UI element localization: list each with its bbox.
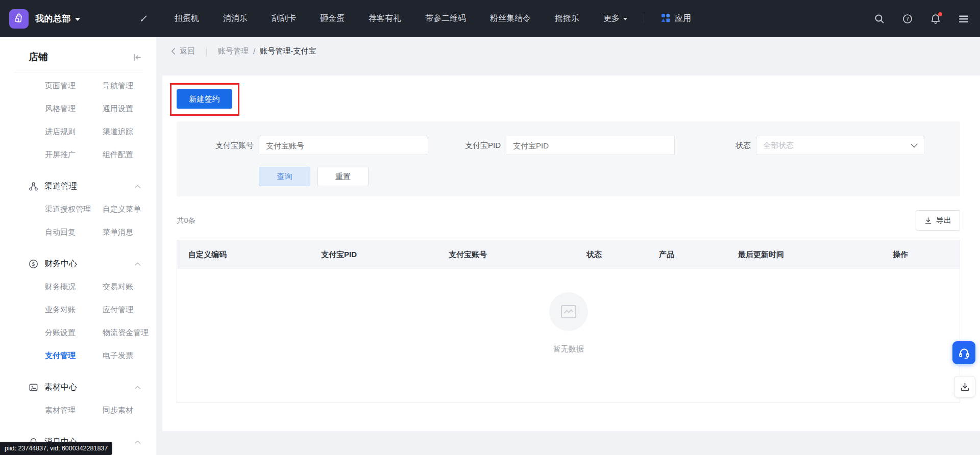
download-icon [924,217,932,224]
breadcrumb-current: 账号管理-支付宝 [260,46,316,56]
sidebar-item-entry-rules[interactable]: 进店规则 [45,127,103,137]
sidebar-item-payment-mgmt-active[interactable]: 支付管理 [45,351,103,361]
breadcrumb-parent[interactable]: 账号管理 [218,46,249,56]
sidebar-row: 素材管理 同步素材 [0,399,156,422]
brand-logo [9,9,29,29]
sidebar-row: 分账设置 物流资金管理 [0,321,156,344]
sidebar-title: 店铺 [29,50,48,64]
search-icon[interactable] [873,13,886,25]
sidebar-item-nav-mgmt[interactable]: 导航管理 [103,81,133,91]
sidebar-row: 进店规则 渠道追踪 [0,120,156,143]
workspace-switcher[interactable]: 我的总部 [9,0,80,37]
chevron-down-icon [623,18,627,20]
sidebar-item-finance-overview[interactable]: 财务概况 [45,282,103,292]
finance-dollar-icon: $ [29,259,38,269]
sidebar-item-general-settings[interactable]: 通用设置 [103,104,133,114]
empty-state-text: 暂无数据 [553,344,584,354]
nav-item-niudanji[interactable]: 扭蛋机 [175,13,199,24]
status-select-value: 全部状态 [763,141,794,150]
sidebar-row: 财务概况 交易对账 [0,275,156,298]
sidebar-row: 页面管理 导航管理 [0,74,156,97]
sidebar-row: 自动回复 菜单消息 [0,221,156,244]
sidebar-item-component-config[interactable]: 组件配置 [103,150,133,160]
col-alipay-pid: 支付宝PID [321,250,449,260]
total-count: 共0条 [177,216,195,225]
edit-pencil-icon[interactable] [139,13,149,26]
apps-grid-icon [661,13,670,24]
sidebar-row: 渠道授权管理 自定义菜单 [0,198,156,221]
search-button[interactable]: 查询 [259,167,310,186]
chevron-left-icon [171,47,176,55]
sidebar-item-sync-material[interactable]: 同步素材 [103,406,133,415]
topbar: 我的总部 扭蛋机 消消乐 刮刮卡 砸金蛋 荐客有礼 带参二维码 粉丝集结令 摇摇… [0,0,980,37]
content-card: 新建签约 支付宝账号 支付宝PID 状态 全部状态 [162,75,980,431]
sidebar-collapse-icon[interactable] [132,53,142,62]
sidebar-item-style-mgmt[interactable]: 风格管理 [45,104,103,114]
alipay-pid-label: 支付宝PID [465,141,501,150]
sidebar-item-material-mgmt[interactable]: 素材管理 [45,406,103,415]
sidebar-item-trade-reconcile[interactable]: 交易对账 [103,282,133,292]
apps-entry[interactable]: 应用 [661,13,691,24]
breadcrumb: 返回 账号管理 / 账号管理-支付宝 [171,46,980,56]
sidebar-item-page-mgmt[interactable]: 页面管理 [45,81,103,91]
col-product: 产品 [659,250,738,260]
main-content: 返回 账号管理 / 账号管理-支付宝 新建签约 支付宝账号 支付宝PID 状态 [156,37,980,455]
nav-item-daican-qrcode[interactable]: 带参二维码 [425,13,466,24]
nav-item-xiaoxiaole[interactable]: 消消乐 [223,13,248,24]
sidebar-item-payable-mgmt[interactable]: 应付管理 [103,305,133,315]
nav-item-fensi-jijieling[interactable]: 粉丝集结令 [490,13,531,24]
sidebar-item-splash-promo[interactable]: 开屏推广 [45,150,103,160]
customer-service-button[interactable] [952,341,975,364]
sidebar-section-finance[interactable]: $ 财务中心 [0,252,156,275]
notification-bell-icon[interactable] [929,13,942,25]
svg-text:$: $ [32,261,35,267]
alipay-account-input[interactable] [259,136,428,155]
nav-item-yaoyaole[interactable]: 摇摇乐 [555,13,579,24]
image-icon [29,383,38,392]
status-select[interactable]: 全部状态 [756,136,924,155]
export-button[interactable]: 导出 [916,210,960,231]
back-button[interactable]: 返回 [171,46,195,56]
red-annotation-box: 新建签约 [170,83,239,116]
sidebar-item-menu-message[interactable]: 菜单消息 [103,228,133,237]
reset-button[interactable]: 重置 [317,167,369,186]
workspace-name: 我的总部 [35,13,71,24]
share-nodes-icon [29,182,38,191]
filter-panel: 支付宝账号 支付宝PID 状态 全部状态 [177,121,960,196]
nav-more-dropdown[interactable]: 更多 [603,13,627,24]
sidebar-item-auto-reply[interactable]: 自动回复 [45,228,103,237]
sidebar-item-logistics-funds[interactable]: 物流资金管理 [103,328,149,338]
help-icon[interactable]: ? [901,13,914,25]
sidebar-item-business-reconcile[interactable]: 业务对账 [45,305,103,315]
sidebar-row: 开屏推广 组件配置 [0,143,156,166]
sidebar-item-e-invoice[interactable]: 电子发票 [103,351,133,361]
status-label: 状态 [736,141,751,150]
col-status: 状态 [586,250,659,260]
col-alipay-account: 支付宝账号 [449,250,586,260]
create-contract-button[interactable]: 新建签约 [177,89,232,109]
nav-item-zajindan[interactable]: 砸金蛋 [320,13,345,24]
divider [206,47,207,56]
sidebar-item-channel-tracking[interactable]: 渠道追踪 [103,127,133,137]
nav-item-jiankeyouli[interactable]: 荐客有礼 [369,13,401,24]
sidebar-item-channel-auth[interactable]: 渠道授权管理 [45,205,103,214]
headset-icon [958,347,970,359]
download-tray-icon [960,382,970,392]
sidebar-item-custom-menu[interactable]: 自定义菜单 [103,205,141,214]
nav-item-guaguaka[interactable]: 刮刮卡 [272,13,296,24]
sidebar: 店铺 页面管理 导航管理 风格管理 通用设置 进店规则 渠道追踪 开屏推广 组件… [0,37,156,455]
table-body-empty: 暂无数据 [177,269,960,402]
sidebar-section-channel[interactable]: 渠道管理 [0,175,156,198]
chevron-up-icon [134,440,141,444]
floating-download-button[interactable] [954,376,975,397]
sidebar-section-material[interactable]: 素材中心 [0,376,156,399]
sidebar-item-split-settings[interactable]: 分账设置 [45,328,103,338]
sidebar-row: 业务对账 应付管理 [0,298,156,321]
sidebar-row: 风格管理 通用设置 [0,97,156,120]
hamburger-menu-icon[interactable] [958,13,970,25]
shopping-bag-icon [13,12,24,26]
alipay-pid-input[interactable] [506,136,675,155]
chevron-up-icon [134,185,141,189]
col-last-updated: 最后更新时间 [738,250,893,260]
chevron-down-icon [911,143,918,148]
